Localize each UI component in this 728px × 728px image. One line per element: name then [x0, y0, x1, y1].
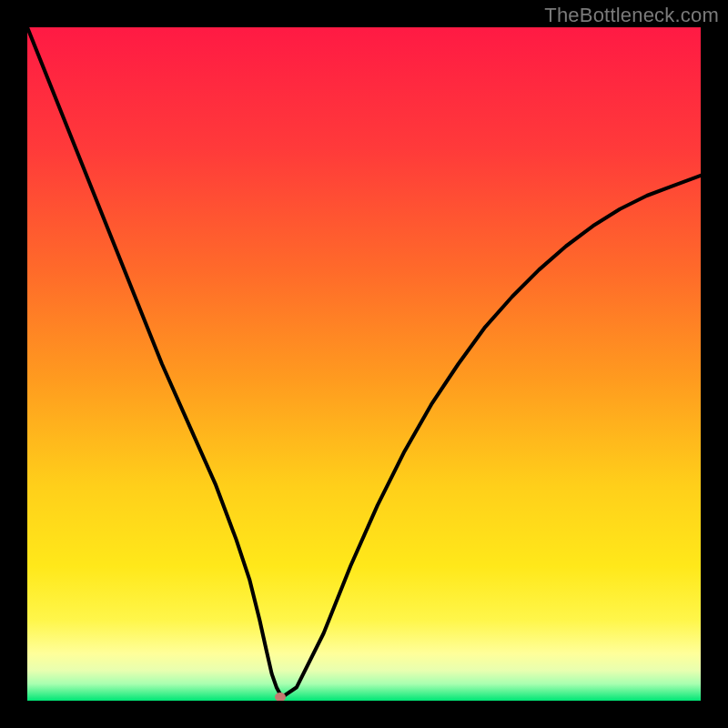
- chart-stage: TheBottleneck.com: [0, 0, 728, 728]
- curve-layer: [27, 27, 701, 701]
- bottleneck-curve: [27, 27, 701, 697]
- watermark: TheBottleneck.com: [544, 4, 719, 27]
- optimal-point-marker: [275, 693, 286, 701]
- plot-area: [27, 27, 701, 701]
